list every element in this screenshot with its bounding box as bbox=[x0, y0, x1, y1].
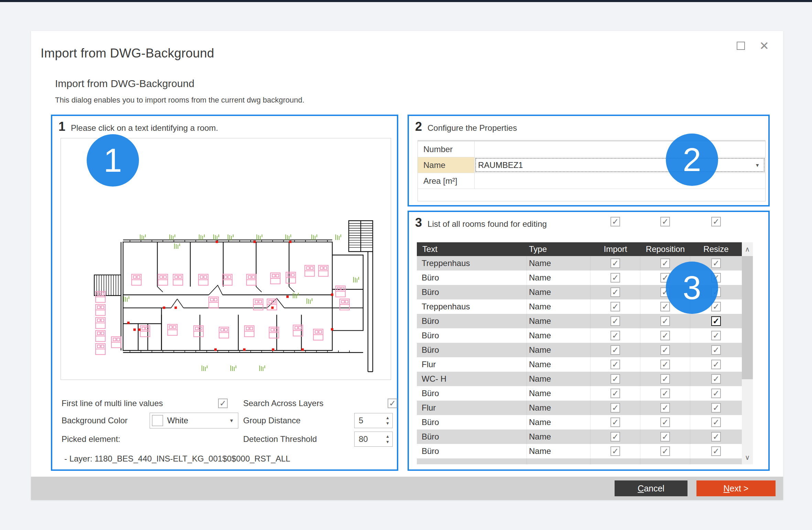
table-row-6[interactable]: Büro Name ✓ ✓ ✓ bbox=[417, 343, 742, 357]
reposition-checkbox[interactable]: ✓ bbox=[660, 345, 670, 355]
import-checkbox[interactable]: ✓ bbox=[610, 345, 620, 355]
bulk-checkboxes: ✓✓✓ bbox=[409, 217, 768, 226]
column-header-text[interactable]: Text bbox=[417, 244, 527, 254]
resize-checkbox[interactable]: ✓ bbox=[711, 432, 721, 442]
resize-cell: ✓ bbox=[690, 386, 742, 401]
bulk-checkbox-2[interactable]: ✓ bbox=[711, 217, 721, 226]
spinner-buttons[interactable]: ▲ ▼ bbox=[386, 416, 390, 425]
reposition-cell: ✓ bbox=[640, 444, 690, 458]
room-text-cell: Treppenhaus bbox=[417, 256, 527, 271]
table-row-7[interactable]: Flur Name ✓ ✓ ✓ bbox=[417, 357, 742, 372]
spin-up-icon[interactable]: ▲ bbox=[386, 434, 390, 438]
background-color-value: White bbox=[167, 413, 188, 428]
scrollbar[interactable]: ∧ ∨ bbox=[742, 242, 753, 464]
resize-checkbox[interactable]: ✓ bbox=[711, 374, 721, 384]
reposition-checkbox[interactable]: ✓ bbox=[660, 417, 670, 427]
property-combobox[interactable]: RAUMBEZ1 ▼ bbox=[475, 158, 765, 172]
import-checkbox[interactable]: ✓ bbox=[610, 417, 620, 427]
resize-cell: ✓ bbox=[690, 314, 742, 328]
background-color-dropdown[interactable]: White ▼ bbox=[150, 413, 238, 428]
table-row-5[interactable]: Büro Name ✓ ✓ ✓ bbox=[417, 328, 742, 343]
import-checkbox[interactable]: ✓ bbox=[610, 389, 620, 398]
table-row-9[interactable]: Büro Name ✓ ✓ ✓ bbox=[417, 386, 742, 401]
resize-checkbox[interactable]: ✓ bbox=[711, 360, 721, 369]
room-text-cell: Büro bbox=[417, 328, 527, 343]
table-row-13[interactable]: Büro Name ✓ ✓ ✓ bbox=[417, 444, 742, 458]
spin-down-icon[interactable]: ▼ bbox=[386, 440, 390, 444]
resize-checkbox[interactable]: ✓ bbox=[711, 258, 721, 268]
bulk-checkbox-1[interactable]: ✓ bbox=[660, 217, 670, 226]
table-row-4[interactable]: Büro Name ✓ ✓ ✓ bbox=[417, 314, 742, 328]
property-label: Name bbox=[418, 157, 475, 173]
table-row-8[interactable]: WC- H Name ✓ ✓ ✓ bbox=[417, 372, 742, 386]
import-checkbox[interactable]: ✓ bbox=[610, 273, 620, 283]
reposition-cell: ✓ bbox=[640, 328, 690, 343]
reposition-checkbox[interactable]: ✓ bbox=[660, 432, 670, 442]
resize-cell: ✓ bbox=[690, 444, 742, 458]
resize-cell: ✓ bbox=[690, 372, 742, 386]
resize-checkbox[interactable]: ✓ bbox=[711, 331, 721, 340]
spinner-buttons[interactable]: ▲ ▼ bbox=[386, 434, 390, 444]
close-button[interactable]: ✕ bbox=[758, 40, 770, 52]
spin-up-icon[interactable]: ▲ bbox=[386, 416, 390, 420]
search-layers-checkbox[interactable]: ✓ bbox=[388, 399, 397, 408]
import-checkbox[interactable]: ✓ bbox=[610, 331, 620, 340]
reposition-checkbox[interactable]: ✓ bbox=[660, 389, 670, 398]
import-checkbox[interactable]: ✓ bbox=[610, 446, 620, 456]
reposition-checkbox[interactable]: ✓ bbox=[660, 316, 670, 326]
background-color-label: Background Color bbox=[62, 413, 128, 428]
scroll-up-icon[interactable]: ∧ bbox=[742, 243, 753, 255]
reposition-cell: ✓ bbox=[640, 401, 690, 415]
property-value-field[interactable] bbox=[475, 141, 765, 157]
property-combobox-value: RAUMBEZ1 bbox=[478, 160, 523, 170]
group-distance-stepper[interactable]: 5 ▲ ▼ bbox=[354, 413, 393, 428]
reposition-checkbox[interactable]: ✓ bbox=[660, 403, 670, 413]
table-row-10[interactable]: Flur Name ✓ ✓ ✓ bbox=[417, 401, 742, 415]
table-row-11[interactable]: Büro Name ✓ ✓ ✓ bbox=[417, 415, 742, 430]
next-button[interactable]: Next > bbox=[696, 480, 776, 496]
scroll-down-icon[interactable]: ∨ bbox=[742, 451, 753, 464]
import-checkbox[interactable]: ✓ bbox=[610, 316, 620, 326]
resize-checkbox[interactable]: ✓ bbox=[711, 345, 721, 355]
import-checkbox[interactable]: ✓ bbox=[610, 360, 620, 369]
import-checkbox[interactable]: ✓ bbox=[610, 403, 620, 413]
table-row-12[interactable]: Büro Name ✓ ✓ ✓ bbox=[417, 430, 742, 444]
import-checkbox[interactable]: ✓ bbox=[610, 432, 620, 442]
column-header-import[interactable]: Import bbox=[591, 244, 640, 254]
resize-checkbox[interactable]: ✓ bbox=[711, 316, 721, 326]
column-header-resize[interactable]: Resize bbox=[690, 244, 742, 254]
import-checkbox[interactable]: ✓ bbox=[610, 258, 620, 268]
reposition-checkbox[interactable]: ✓ bbox=[660, 446, 670, 456]
property-value-field[interactable]: RAUMBEZ1 ▼ bbox=[475, 157, 765, 173]
spin-down-icon[interactable]: ▼ bbox=[386, 421, 390, 425]
resize-checkbox[interactable]: ✓ bbox=[711, 389, 721, 398]
reposition-checkbox[interactable]: ✓ bbox=[660, 360, 670, 369]
property-value-field[interactable] bbox=[475, 173, 765, 189]
import-checkbox[interactable]: ✓ bbox=[610, 287, 620, 297]
reposition-checkbox[interactable]: ✓ bbox=[660, 374, 670, 384]
column-header-reposition[interactable]: Reposition bbox=[640, 244, 690, 254]
import-checkbox[interactable]: ✓ bbox=[610, 374, 620, 384]
reposition-checkbox[interactable]: ✓ bbox=[660, 258, 670, 268]
reposition-checkbox[interactable]: ✓ bbox=[660, 302, 670, 311]
resize-checkbox[interactable]: ✓ bbox=[711, 417, 721, 427]
room-type-cell: Name bbox=[527, 430, 591, 444]
reposition-cell: ✓ bbox=[640, 372, 690, 386]
maximize-button[interactable] bbox=[735, 40, 747, 52]
reposition-checkbox[interactable]: ✓ bbox=[660, 331, 670, 340]
first-line-checkbox[interactable]: ✓ bbox=[218, 399, 228, 408]
column-header-type[interactable]: Type bbox=[527, 244, 591, 254]
resize-checkbox[interactable]: ✓ bbox=[711, 403, 721, 413]
bulk-checkbox-0[interactable]: ✓ bbox=[610, 217, 620, 226]
reposition-cell: ✓ bbox=[640, 357, 690, 372]
detection-threshold-stepper[interactable]: 80 ▲ ▼ bbox=[354, 432, 393, 447]
room-text-cell: Büro bbox=[417, 430, 527, 444]
table-row-14[interactable] bbox=[417, 458, 742, 464]
cancel-button[interactable]: Cancel bbox=[615, 480, 688, 496]
property-row: Area [m²] bbox=[418, 173, 765, 189]
import-checkbox[interactable]: ✓ bbox=[610, 302, 620, 311]
resize-checkbox[interactable]: ✓ bbox=[711, 446, 721, 456]
scrollbar-thumb[interactable] bbox=[742, 256, 753, 379]
import-cell: ✓ bbox=[591, 415, 640, 430]
window-controls: ✕ bbox=[735, 40, 770, 52]
